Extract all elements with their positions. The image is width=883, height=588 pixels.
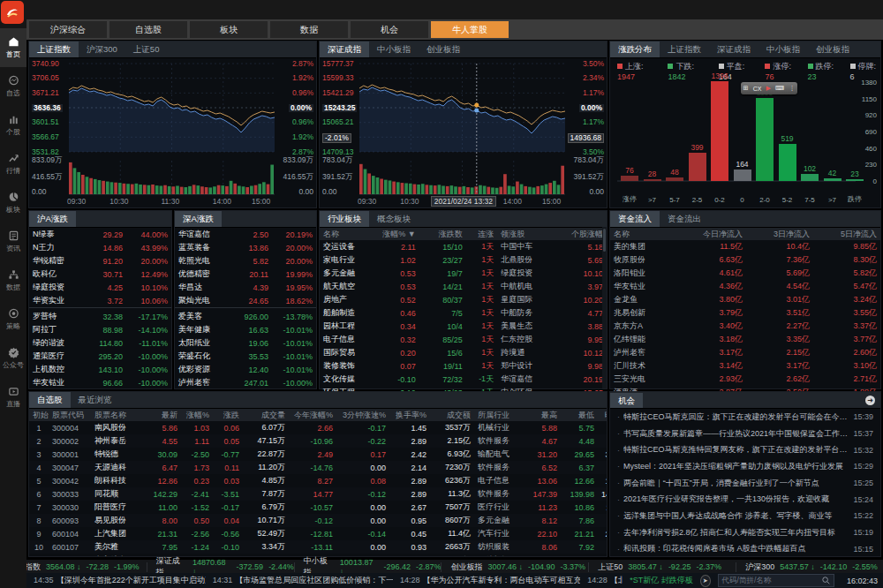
watchlist-col-header[interactable]: 涨跌 bbox=[213, 409, 243, 421]
list-item[interactable]: 泸州老窖247.01-10.00% bbox=[175, 376, 316, 389]
watchlist-row[interactable]: 4 300047 天源迪科 6.47 1.73 0.11 11.20万 -14.… bbox=[29, 461, 608, 474]
news-item[interactable]: · 和讯投顾：印花税传闻席卷市场 A股盘中跌幅超百点 15:15 bbox=[610, 541, 880, 558]
index-summary-2[interactable]: 中小板指 10013.87 ↓ -296.42 -2.87% bbox=[294, 562, 442, 572]
watchlist-col-header[interactable]: 3分钟涨速% bbox=[336, 409, 389, 421]
list-item[interactable]: 荣盛石化35.53-10.01% bbox=[175, 350, 316, 363]
industry-row[interactable]: 园林工程 0.34 10/4 1天 美晨生态 3.88 bbox=[320, 320, 607, 333]
watchlist-col-header[interactable]: 最高 bbox=[524, 409, 561, 421]
news-item[interactable]: · 特斯拉CEO马斯克回应：旗下正在改建的发射平台可能会在今年年底有限运营 15… bbox=[610, 409, 880, 426]
fundflow-row[interactable]: 华友钴业 4.36亿 4.54亿 5.47亿 bbox=[610, 280, 880, 293]
capture-toolbar-item-4[interactable]: ⋮ bbox=[789, 85, 795, 92]
hist-bar[interactable] bbox=[779, 144, 796, 181]
index-summary-4[interactable]: 上证50 3805.47 ↓ -92.25 -2.37% bbox=[588, 562, 736, 572]
ticker-item-1[interactable]: 14:31【市场监管总局回应社区团购低价倾销：下一步加大监… bbox=[213, 575, 393, 586]
fundflow-row[interactable]: 汇川技术 3.14亿 3.17亿 3.10亿 bbox=[610, 359, 880, 373]
list-item[interactable]: 欧科亿30.7112.49% bbox=[29, 268, 171, 281]
capture-toolbar-item-3[interactable]: ⌨ bbox=[775, 85, 784, 92]
hist-bar[interactable] bbox=[756, 98, 774, 181]
industry-col-header[interactable]: 连涨 bbox=[466, 228, 497, 240]
fundflow-col-header[interactable]: 5日净流入 bbox=[813, 228, 880, 240]
news-item[interactable]: · 两会前瞻｜“十四五”开局，消费金融行业到了一个新节点 15:25 bbox=[610, 475, 880, 492]
list-item[interactable]: 绿的谐波114.80-11.01% bbox=[29, 336, 171, 350]
index-summary-5[interactable]: 沪深300 5437.57 ↓ -142.10 -2.55% bbox=[736, 562, 883, 572]
fundflow-row[interactable]: 兆易创新 3.79亿 3.51亿 3.55亿 bbox=[610, 306, 880, 320]
stock-search-input[interactable]: 代码/简拼/名称 bbox=[718, 574, 834, 587]
capture-toolbar-item-2[interactable]: ▶ bbox=[766, 85, 771, 92]
watchlist-col-header[interactable]: 最低 bbox=[561, 409, 598, 421]
sidebar-item-9[interactable]: 直播 bbox=[0, 378, 26, 417]
watchlist-col-header[interactable]: 所属行业 bbox=[474, 409, 524, 421]
watchlist-row[interactable]: 3 300001 特锐德 30.09 -2.50 -0.77 22.87万 2.… bbox=[29, 448, 608, 461]
hist-bar[interactable] bbox=[824, 178, 841, 181]
industry-col-header[interactable]: 个股涨幅 bbox=[554, 228, 607, 240]
capture-toolbar-item-1[interactable]: CX bbox=[753, 86, 762, 92]
list-item[interactable]: 美年健康16.63-10.01% bbox=[175, 323, 316, 336]
watchlist-col-header[interactable]: 今年涨幅% bbox=[289, 409, 336, 421]
industry-tab-1[interactable]: 概念板块 bbox=[369, 211, 419, 227]
watchlist-col-header[interactable]: 股票名称 bbox=[91, 409, 144, 421]
watchlist-tab-1[interactable]: 最近浏览 bbox=[71, 392, 120, 408]
nav-tab-3[interactable]: 数据 bbox=[270, 21, 348, 38]
industry-scrollbar[interactable] bbox=[602, 227, 607, 388]
nav-tab-5[interactable]: 牛人掌股 bbox=[431, 21, 509, 38]
news-expand-icon[interactable]: ➜ bbox=[865, 396, 875, 405]
watchlist-col-header[interactable]: 成交量 bbox=[243, 409, 289, 421]
ticker-item-0[interactable]: 14:35【深圳今年首批222个新开工项目集中启动】据深圳… bbox=[34, 575, 206, 586]
ticker-more-icon[interactable]: ➤ bbox=[700, 575, 711, 587]
chart-tab-2[interactable]: 上证50 bbox=[125, 41, 168, 57]
watchlist-col-header[interactable]: 成交额 bbox=[430, 409, 474, 421]
list-item[interactable]: 优德精密20.1119.99% bbox=[175, 268, 316, 281]
fundflow-col-header[interactable]: 今日净流入 bbox=[679, 228, 746, 240]
list-item[interactable]: 绿庭投资4.2510.10% bbox=[29, 281, 171, 294]
industry-row[interactable]: 装修装饰 0.07 19/11 1天 郑中设计 9.98 bbox=[320, 359, 607, 373]
sidebar-item-8[interactable]: 公众号 bbox=[0, 339, 26, 378]
watchlist-tab-0[interactable]: 自选股 bbox=[29, 392, 71, 408]
watchlist-row[interactable]: 1 300004 南风股份 5.86 1.03 0.06 6.07万 2.66 … bbox=[29, 421, 608, 434]
app-logo[interactable] bbox=[1, 1, 24, 24]
list-item[interactable]: 华友钴业96.66-10.00% bbox=[29, 376, 171, 389]
list-item[interactable]: 聚灿光电24.6518.62% bbox=[175, 294, 316, 308]
watchlist-row[interactable]: 9 600104 上汽集团 21.31 -2.56 -0.56 52.49万 -… bbox=[29, 527, 608, 540]
list-item[interactable]: 蓝英装备13.8620.00% bbox=[175, 241, 316, 254]
ticker-stock-alert[interactable]: *ST新亿 封跌停板 bbox=[630, 575, 693, 586]
industry-row[interactable]: 船舶制造 0.46 7/5 1天 中船防务 4.77 bbox=[320, 306, 607, 320]
intraday-chart[interactable]: 15777.3715599.3315421.2915243.2515065.21… bbox=[320, 58, 607, 207]
chart-tab-1[interactable]: 沪深300 bbox=[79, 41, 125, 57]
sidebar-item-5[interactable]: 资讯 bbox=[0, 222, 26, 261]
watchlist-row[interactable]: 5 300042 朗科科技 12.86 0.23 0.03 4.85万 8.27… bbox=[29, 474, 608, 487]
watchlist-row[interactable]: 7 300030 阳普医疗 11.00 -1.52 -0.17 6.79万 -1… bbox=[29, 501, 608, 514]
sidebar-item-7[interactable]: 策略 bbox=[0, 300, 26, 339]
list-item[interactable]: 华谊嘉信2.5020.19% bbox=[175, 228, 316, 241]
news-title[interactable]: 机会 bbox=[610, 393, 643, 408]
nav-tab-4[interactable]: 机会 bbox=[351, 21, 428, 38]
hist-bar[interactable] bbox=[621, 176, 638, 181]
list-item[interactable]: 乾照光电5.8220.00% bbox=[175, 254, 316, 268]
list-item[interactable]: 爱美客926.00-13.78% bbox=[175, 310, 316, 323]
hist-bar[interactable] bbox=[666, 177, 683, 181]
watchlist-row[interactable]: 8 600093 易见股份 8.00 0.50 0.04 10.71万 -0.1… bbox=[29, 514, 608, 527]
watchlist-col-header[interactable]: 换手率% bbox=[389, 409, 430, 421]
industry-row[interactable]: 文化传媒 -0.10 72/32 -1天 华谊嘉信 20.19 bbox=[320, 373, 607, 386]
ticker-item-3[interactable]: 14:28【北京 bbox=[587, 575, 623, 586]
watchlist-row[interactable]: 10 600107 美尔雅 7.95 -1.24 -0.10 3.34万 -13… bbox=[29, 540, 608, 554]
industry-row[interactable]: 电子信息 0.32 85/25 1天 仁东控股 9.95 bbox=[320, 333, 607, 346]
hist-bar[interactable] bbox=[711, 81, 728, 181]
list-item[interactable]: 华资实业3.7210.06% bbox=[29, 294, 171, 308]
fundflow-row[interactable]: 洛阳钼业 4.61亿 5.69亿 5.82亿 bbox=[610, 267, 880, 280]
sidebar-item-4[interactable]: 板块 bbox=[0, 184, 26, 222]
news-item[interactable]: · Mysteel：2021年坚决压缩粗钢产量助力废钢以及电炉行业发展 15:2… bbox=[610, 458, 880, 475]
chart-tab-0[interactable]: 上证指数 bbox=[29, 41, 79, 57]
fundflow-row[interactable]: 泸州老窖 3.17亿 2.15亿 2.60亿 bbox=[610, 346, 880, 359]
list-item[interactable]: 上机数控143.10-10.00% bbox=[29, 363, 171, 376]
list-item[interactable]: 华昌达4.3919.95% bbox=[175, 281, 316, 294]
fundflow-row[interactable]: 京东方A 3.40亿 2.27亿 3.37亿 bbox=[610, 320, 880, 333]
industry-tab-0[interactable]: 行业板块 bbox=[320, 211, 369, 227]
news-item[interactable]: · 特斯拉CEO马斯克推特回复网友称，旗下正在改建的发射平台“火卫一”（Phob… bbox=[610, 441, 880, 458]
news-item[interactable]: · 远洋集团与中国人寿达成战略合作 涉养老、写字楼、商业等 15:22 bbox=[610, 508, 880, 524]
industry-row[interactable]: 家电行业 1.02 23/27 1天 北鼎股份 5.69 bbox=[320, 253, 607, 267]
hist-bar[interactable] bbox=[734, 170, 751, 181]
fundflow-col-header[interactable]: 3日净流入 bbox=[746, 228, 813, 240]
fundflow-row[interactable]: 三安光电 2.93亿 2.62亿 2.71亿 bbox=[610, 373, 880, 386]
sidebar-item-1[interactable]: 自选 bbox=[0, 67, 26, 106]
nav-tab-2[interactable]: 板块 bbox=[190, 21, 268, 38]
